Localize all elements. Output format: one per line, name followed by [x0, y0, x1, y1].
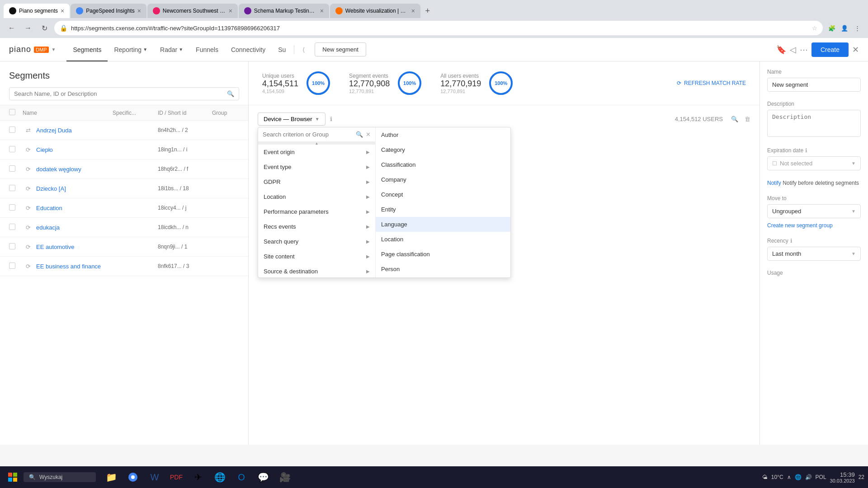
table-row[interactable]: ⟳ EE automotive 8nqn9ji... / 1 [0, 237, 248, 257]
tab-close-schema[interactable]: × [320, 7, 324, 14]
nav-item-radar[interactable]: Radar ▼ [154, 38, 189, 61]
dropdown-clear-icon[interactable]: ✕ [366, 131, 371, 138]
address-bar[interactable]: 🔒 https://segments.cxense.com/#/traffic-… [54, 21, 823, 35]
nav-arrow-icon[interactable]: ⟨ [296, 38, 311, 61]
dropdown-item-event-origin[interactable]: Event origin ▶ [258, 145, 375, 160]
dropdown-item-recs-events[interactable]: Recs events ▶ [258, 219, 375, 234]
name-input[interactable] [767, 78, 861, 92]
refresh-button[interactable]: ↻ [38, 22, 51, 34]
segment-icon-5: ⟳ [23, 222, 33, 233]
segments-search-box[interactable]: 🔍 [9, 87, 239, 100]
tab-piano[interactable]: Piano segments × [4, 4, 70, 18]
delete-criteria-icon[interactable]: 🗑 [745, 116, 750, 122]
tab-close-website[interactable]: × [411, 7, 415, 14]
forward-button[interactable]: → [22, 22, 34, 34]
expiration-info-icon[interactable]: ℹ [805, 147, 807, 154]
expiration-select[interactable]: ☐ Not selected ▼ [767, 156, 861, 170]
col-name: Name [23, 110, 113, 116]
dropdown-right-company[interactable]: Company [376, 172, 510, 187]
tab-schema[interactable]: Schema Markup Testing ... × [239, 4, 329, 18]
more-options-icon[interactable]: ⋯ [800, 45, 808, 55]
create-segment-group-link[interactable]: Create new segment group [767, 222, 833, 229]
main-layout: Segments 🔍 Name Specific... ID / Short i… [0, 61, 868, 445]
row-name-0[interactable]: Andrzej Duda [36, 127, 113, 134]
recency-select[interactable]: Last month ▼ [767, 247, 861, 261]
profile-button[interactable]: 👤 [839, 23, 850, 33]
criteria-selector[interactable]: Device — Browser ▼ [258, 113, 326, 126]
recency-info-icon[interactable]: ℹ [790, 238, 793, 244]
refresh-icon: ⟳ [677, 80, 681, 86]
table-row[interactable]: ⟳ dodatek węglowy 18hq6r2... / f [0, 160, 248, 179]
dropdown-item-event-type[interactable]: Event type ▶ [258, 160, 375, 174]
logo-dmp: DMP [34, 47, 48, 53]
row-name-5[interactable]: edukacja [36, 224, 113, 231]
row-name-4[interactable]: Education [36, 205, 113, 211]
tab-bar: Piano segments × PageSpeed Insights × Ne… [0, 0, 868, 18]
row-name-1[interactable]: Ciepło [36, 146, 113, 153]
dropdown-item-gdpr[interactable]: GDPR ▶ [258, 174, 375, 189]
table-row[interactable]: ⟳ Education 18iccy4... / j [0, 198, 248, 218]
nav-item-segments[interactable]: Segments [66, 38, 108, 61]
nav-item-connectivity[interactable]: Connectivity [225, 38, 272, 61]
nav-item-reporting[interactable]: Reporting ▼ [108, 38, 154, 61]
dropdown-right-person[interactable]: Person [376, 262, 510, 277]
bookmark-icon[interactable]: 🔖 [776, 45, 786, 55]
table-row[interactable]: ⟳ Dziecko [A] 18i1bs... / 18 [0, 179, 248, 198]
star-icon[interactable]: ☆ [812, 25, 817, 32]
dropdown-search-area[interactable]: 🔍 ✕ [258, 127, 375, 142]
table-row[interactable]: ⇄ Andrzej Duda 8n4h2h... / 2 [0, 121, 248, 140]
segments-search-input[interactable] [14, 90, 223, 97]
dropdown-right-concept[interactable]: Concept [376, 187, 510, 202]
url-text: https://segments.cxense.com/#/traffic-ne… [71, 25, 808, 32]
dropdown-item-source-destination[interactable]: Source & destination ▶ [258, 264, 375, 277]
criteria-arrow-icon: ▼ [315, 117, 320, 122]
dropdown-item-performance[interactable]: Performance parameters ▶ [258, 204, 375, 219]
create-button[interactable]: Create [811, 42, 849, 57]
notify-link[interactable]: Notify [767, 180, 781, 186]
back-button[interactable]: ← [5, 22, 18, 34]
table-row[interactable]: ⟳ Ciepło 18ing1n... / i [0, 140, 248, 160]
row-name-3[interactable]: Dziecko [A] [36, 185, 113, 192]
back-nav-icon[interactable]: ◁ [790, 45, 796, 55]
extensions-button[interactable]: 🧩 [826, 23, 837, 33]
search-criteria-icon[interactable]: 🔍 [731, 116, 738, 122]
row-name-7[interactable]: EE business and finance [36, 263, 113, 270]
row-name-2[interactable]: dodatek węglowy [36, 166, 113, 173]
table-row[interactable]: ⟳ edukacja 18icdkh... / n [0, 218, 248, 237]
nav-item-funnels[interactable]: Funnels [189, 38, 225, 61]
header-checkbox[interactable] [9, 109, 23, 117]
col-id: ID / Short id [158, 110, 212, 116]
tab-close-piano[interactable]: × [61, 7, 64, 14]
info-icon[interactable]: ℹ [330, 116, 332, 122]
new-segment-button[interactable]: New segment [315, 42, 366, 56]
nav-item-su[interactable]: Su [272, 38, 292, 61]
dropdown-item-site-content[interactable]: Site content ▶ [258, 249, 375, 264]
dropdown-right-page-classification[interactable]: Page classification [376, 247, 510, 262]
table-row[interactable]: ⟳ EE business and finance 8nfk617... / 3 [0, 257, 248, 276]
tab-pagespeed[interactable]: PageSpeed Insights × [71, 4, 146, 18]
dropdown-right-category[interactable]: Category [376, 142, 510, 157]
col-group: Group [212, 110, 239, 116]
tab-website[interactable]: Website visualization | 4n... × [330, 4, 420, 18]
tab-close-newcomers[interactable]: × [229, 7, 232, 14]
description-textarea[interactable] [767, 110, 861, 137]
close-icon[interactable]: ✕ [852, 45, 859, 55]
new-tab-button[interactable]: + [421, 5, 434, 17]
dropdown-right-language[interactable]: Language [376, 217, 510, 232]
dropdown-right-location[interactable]: Location [376, 232, 510, 247]
refresh-match-rate-button[interactable]: ⟳ REFRESH MATCH RATE [677, 80, 746, 86]
dropdown-right-classification[interactable]: Classification [376, 157, 510, 172]
move-to-select[interactable]: Ungrouped ▼ [767, 204, 861, 218]
segment-icon-3: ⟳ [23, 183, 33, 194]
tab-close-pagespeed[interactable]: × [137, 7, 141, 14]
dropdown-item-search-query[interactable]: Search query ▶ [258, 234, 375, 249]
row-name-6[interactable]: EE automotive [36, 244, 113, 250]
arrow-icon: ▶ [366, 164, 370, 169]
logo-dropdown-icon[interactable]: ▼ [52, 47, 56, 52]
dropdown-right-entity[interactable]: Entity [376, 202, 510, 217]
menu-button[interactable]: ⋮ [852, 23, 863, 33]
dropdown-item-location[interactable]: Location ▶ [258, 189, 375, 204]
tab-newcomers[interactable]: Newcomers Southwest F... × [147, 4, 238, 18]
dropdown-right-author[interactable]: Author [376, 127, 510, 142]
dropdown-search-input[interactable] [263, 131, 353, 138]
